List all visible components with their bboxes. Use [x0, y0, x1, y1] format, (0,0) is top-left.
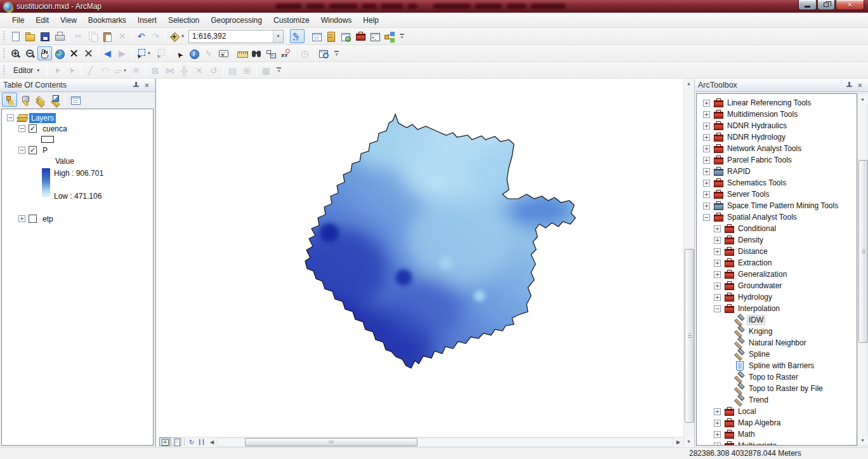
scroll-up-button[interactable]: ▲ [684, 79, 694, 88]
toolbox-item-density[interactable]: +Density [697, 234, 857, 246]
go-back-extent-button[interactable]: ◀ [100, 46, 115, 60]
toolbox-item-natural-neighbor[interactable]: Natural Neighbor [697, 337, 857, 349]
expand-icon[interactable]: + [703, 168, 710, 175]
print-button[interactable] [52, 29, 67, 43]
dropdown-arrow-icon[interactable]: ▼ [273, 30, 283, 43]
toolbox-item-trend[interactable]: Trend [697, 394, 857, 406]
toolbox-item-parcel-fabric-tools[interactable]: +Parcel Fabric Tools [697, 154, 857, 166]
toc-pin-button[interactable] [131, 81, 141, 90]
zoom-out-button[interactable] [23, 46, 37, 60]
map-canvas[interactable] [159, 79, 683, 437]
toolbox-item-label[interactable]: Spline [747, 349, 772, 359]
layer-visibility-checkbox[interactable]: ✓ [29, 146, 37, 154]
find-route-button[interactable] [264, 46, 279, 60]
catalog-window-button[interactable] [324, 29, 338, 43]
refresh-view-button[interactable]: ↻ [187, 437, 197, 446]
toolbox-item-math[interactable]: +Math [697, 429, 857, 440]
menu-bookmarks[interactable]: Bookmarks [82, 14, 132, 27]
toolbox-item-topo-to-raster[interactable]: Topo to Raster [697, 371, 857, 383]
expand-icon[interactable]: + [703, 203, 710, 210]
toolbox-item-groundwater[interactable]: +Groundwater [697, 280, 857, 291]
toolbox-item-label[interactable]: Kriging [747, 326, 774, 336]
list-by-source-button[interactable] [17, 93, 32, 107]
expand-icon[interactable]: + [714, 237, 721, 244]
list-by-drawing-order-button[interactable] [2, 93, 17, 107]
toc-item-layers[interactable]: −Layers [2, 112, 153, 123]
layer-visibility-checkbox[interactable]: ✓ [29, 124, 37, 133]
expand-icon[interactable]: + [18, 215, 25, 222]
menu-selection[interactable]: Selection [162, 14, 205, 27]
toc-options-button[interactable] [67, 93, 82, 107]
toolbox-item-label[interactable]: RAPID [725, 166, 753, 176]
menu-file[interactable]: File [6, 14, 30, 27]
toolbox-item-multidimension-tools[interactable]: +Multidimension Tools [697, 109, 857, 120]
undo-button[interactable]: ↶ [134, 29, 148, 43]
expand-icon[interactable]: + [703, 157, 710, 164]
expand-icon[interactable]: + [714, 283, 721, 289]
map-scale-combobox[interactable]: 1:616,392▼ [188, 30, 284, 43]
toolbox-item-label[interactable]: Natural Neighbor [747, 338, 808, 348]
toolbox-item-label[interactable]: IDW [747, 315, 765, 325]
layer-visibility-checkbox[interactable] [29, 215, 37, 223]
toolbox-item-conditional[interactable]: +Conditional [697, 223, 857, 234]
toolbox-item-extraction[interactable]: +Extraction [697, 257, 857, 269]
map-vertical-scrollbar[interactable]: ▲ ▼ [683, 79, 694, 446]
arctoolbox-close-button[interactable]: ✕ [855, 81, 865, 90]
close-button[interactable]: ✕ [836, 0, 864, 10]
expand-icon[interactable]: + [703, 191, 710, 198]
toolbox-item-label[interactable]: Groundwater [736, 281, 784, 291]
toolbar-grip[interactable] [3, 30, 6, 42]
menu-insert[interactable]: Insert [132, 14, 162, 27]
toolbox-item-label[interactable]: Conditional [736, 223, 778, 234]
toolbox-item-label[interactable]: NDNR Hydraulics [725, 121, 789, 131]
fixed-zoom-out-button[interactable] [81, 46, 96, 60]
menu-view[interactable]: View [55, 14, 82, 27]
toolbox-item-label[interactable]: Schematics Tools [725, 178, 788, 188]
pan-button[interactable] [37, 46, 52, 60]
fixed-zoom-in-button[interactable] [67, 46, 81, 60]
expand-icon[interactable]: + [714, 271, 721, 278]
table-of-contents-window-button[interactable] [309, 29, 324, 43]
list-by-selection-button[interactable] [48, 93, 63, 107]
pause-drawing-button[interactable]: ┃┃ [197, 437, 207, 446]
minimize-button[interactable] [798, 0, 817, 10]
toolbox-item-network-analyst-tools[interactable]: +Network Analyst Tools [697, 143, 857, 154]
toolbox-item-distance[interactable]: +Distance [697, 246, 857, 257]
layer-label[interactable]: etp [41, 214, 55, 224]
toolbox-item-rapid[interactable]: +RAPID [697, 166, 857, 177]
menu-windows[interactable]: Windows [315, 14, 358, 27]
toolbox-item-hydrology[interactable]: +Hydrology [697, 291, 857, 303]
toc-item-p[interactable]: −✓P [2, 145, 153, 156]
toolbox-item-label[interactable]: Spline with Barriers [747, 361, 816, 371]
toolbox-item-spatial-analyst-tools[interactable]: −Spatial Analyst Tools [697, 211, 857, 223]
collapse-icon[interactable]: − [703, 214, 710, 221]
toolbox-item-label[interactable]: Space Time Pattern Mining Tools [725, 201, 840, 211]
editor-menu-button[interactable]: Editor▼ [8, 63, 45, 77]
map-view[interactable]: ▲ ▼ ↻ ┃┃ ◀ ▶ [156, 79, 694, 447]
expand-icon[interactable]: + [703, 111, 710, 118]
toolbar-overflow-button[interactable]: ▼ [275, 63, 283, 77]
arctoolbox-scrollbar[interactable]: ▲ ▼ [857, 93, 867, 446]
scroll-up-button[interactable]: ▲ [858, 94, 867, 103]
map-horizontal-scrollbar[interactable] [217, 437, 673, 447]
toolbox-item-label[interactable]: Parcel Fabric Tools [725, 155, 794, 165]
toolbox-item-label[interactable]: NDNR Hydrology [725, 132, 787, 142]
measure-button[interactable] [235, 46, 249, 60]
expand-icon[interactable]: + [714, 225, 721, 232]
layer-label[interactable]: Layers [29, 113, 56, 123]
polygon-symbol-swatch[interactable] [41, 136, 54, 143]
toolbar-overflow-button[interactable]: ▼ [398, 29, 406, 43]
toolbox-item-space-time-pattern-mining-tools[interactable]: +Space Time Pattern Mining Tools [697, 200, 857, 211]
expand-icon[interactable]: + [714, 260, 721, 267]
layer-label[interactable]: cuenca [41, 124, 69, 134]
restore-button[interactable] [817, 0, 835, 10]
create-viewer-window-button[interactable] [317, 46, 331, 60]
arctoolbox-pin-button[interactable] [845, 81, 854, 90]
expand-icon[interactable]: + [714, 248, 721, 255]
toolbox-item-label[interactable]: Topo to Raster [747, 372, 800, 382]
toolbox-item-map-algebra[interactable]: +Map Algebra [697, 417, 857, 429]
toolbox-item-idw[interactable]: IDW [697, 314, 857, 326]
menu-customize[interactable]: Customize [268, 14, 315, 27]
toc-item-etp[interactable]: +etp [2, 213, 153, 224]
open-button[interactable] [23, 29, 37, 43]
